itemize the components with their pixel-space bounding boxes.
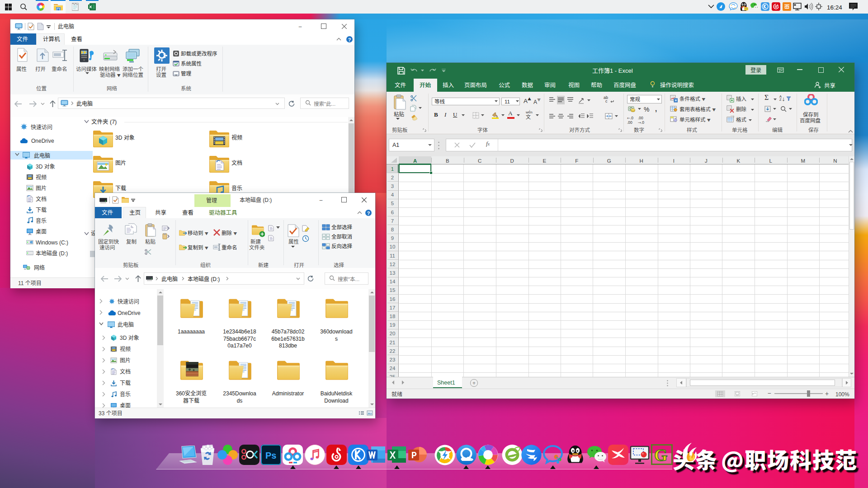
svg-text:Ps: Ps	[265, 450, 276, 460]
svg-text:G: G	[654, 446, 668, 465]
